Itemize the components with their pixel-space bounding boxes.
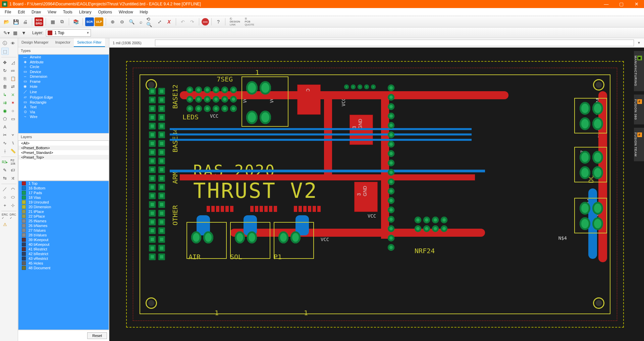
layer-item[interactable]: 1 Top bbox=[18, 181, 109, 186]
layer-item[interactable]: 43 vRestrict bbox=[18, 256, 109, 261]
preset-item[interactable]: <Preset_Standard> bbox=[18, 150, 109, 155]
type-rectangle[interactable]: ▭Rectangle bbox=[18, 100, 109, 105]
polygon-tool-icon[interactable]: ⬠ bbox=[1, 115, 9, 122]
mark-tool-icon[interactable]: ⊹ bbox=[9, 202, 17, 209]
side-tab-selection-filter[interactable]: Selection Filter bbox=[74, 38, 105, 47]
type-circle[interactable]: ○Circle bbox=[18, 64, 109, 69]
library-icon[interactable]: 📚 bbox=[71, 17, 80, 26]
zoom-window-icon[interactable]: ⌕ bbox=[137, 17, 145, 26]
name-tool-icon[interactable]: 🏷 bbox=[9, 166, 17, 174]
show-tool-icon[interactable]: 👁 bbox=[9, 40, 17, 47]
side-tab-inspector[interactable]: Inspector bbox=[52, 38, 74, 47]
close-button[interactable]: ✕ bbox=[629, 0, 644, 8]
smash-tool-icon[interactable]: ✎ bbox=[1, 166, 9, 174]
fusion360-tab[interactable]: FFUSION 360 bbox=[634, 95, 644, 125]
help-icon[interactable]: ? bbox=[214, 17, 223, 26]
pcb-canvas[interactable]: ▣MANUFACTURING FFUSION 360 FFUSION TEAM … bbox=[109, 48, 644, 341]
menu-help[interactable]: Help bbox=[137, 9, 152, 15]
type-dimension[interactable]: ↔Dimension bbox=[18, 74, 109, 79]
preset-item[interactable]: <All> bbox=[18, 141, 109, 146]
miter-tool-icon[interactable]: ⦡ bbox=[9, 131, 17, 138]
type-frame[interactable]: ▭Frame bbox=[18, 79, 109, 84]
zoom-redraw-icon[interactable]: ⟲🔍 bbox=[146, 17, 155, 26]
split-tool-icon[interactable]: ✂ bbox=[1, 131, 9, 138]
manufacture-icon[interactable]: ⧉ bbox=[58, 17, 66, 26]
copy-tool-icon[interactable]: ⎘ bbox=[1, 75, 9, 82]
command-dropdown-icon[interactable]: ▼ bbox=[636, 41, 642, 45]
layer-item[interactable]: 22 bPlace bbox=[18, 214, 109, 219]
rect-tool-icon[interactable]: ▭ bbox=[9, 115, 17, 122]
slice-tool-icon[interactable]: ⑊ bbox=[9, 139, 17, 147]
open-icon[interactable]: 📂 bbox=[2, 17, 11, 26]
select-tool-icon[interactable]: ⬚ bbox=[1, 48, 9, 55]
layer-item[interactable]: 16 Bottom bbox=[18, 186, 109, 190]
menu-view[interactable]: View bbox=[44, 9, 60, 15]
delete-tool-icon[interactable]: 🗑 bbox=[1, 83, 9, 90]
dimension-tool-icon[interactable]: ⟊ bbox=[1, 147, 9, 155]
spline-tool-icon[interactable]: ⬭ bbox=[9, 193, 17, 201]
menu-window[interactable]: Window bbox=[115, 9, 137, 15]
save-icon[interactable]: 💾 bbox=[11, 17, 20, 26]
errors-icon[interactable]: ⚠ bbox=[1, 221, 9, 228]
menu-edit[interactable]: Edit bbox=[14, 9, 28, 15]
script-button[interactable]: SCR bbox=[85, 17, 94, 26]
meander-tool-icon[interactable]: ∿ bbox=[1, 139, 9, 147]
undo-icon[interactable]: ↶ bbox=[178, 17, 187, 26]
layer-item[interactable]: 41 tRestrict bbox=[18, 247, 109, 251]
gateswap-tool-icon[interactable]: ⤮ bbox=[9, 174, 17, 182]
layer-item[interactable]: 27 tValues bbox=[18, 228, 109, 233]
design-link-button[interactable]: ⎋ DESIGNLINK bbox=[228, 17, 242, 26]
layer-item[interactable]: 19 Unrouted bbox=[18, 200, 109, 205]
layer-dropdown[interactable]: 1 Top ▼ bbox=[46, 29, 91, 37]
align-tool-icon[interactable]: ≔ bbox=[9, 67, 17, 74]
filter-icon[interactable]: ▼ bbox=[19, 29, 28, 37]
menu-tools[interactable]: Tools bbox=[60, 9, 76, 15]
stop-button[interactable]: — bbox=[202, 18, 209, 25]
drc-button[interactable]: DRC✓ bbox=[9, 213, 17, 220]
layer-item[interactable]: 45 Holes bbox=[18, 261, 109, 266]
ulp-button[interactable]: ULP bbox=[95, 17, 103, 26]
route-tool-icon[interactable]: ↳ bbox=[1, 91, 9, 98]
command-input[interactable] bbox=[155, 40, 634, 46]
type-text[interactable]: AText bbox=[18, 105, 109, 109]
menu-options[interactable]: Options bbox=[95, 9, 115, 15]
zoom-out-icon[interactable]: ⊖ bbox=[118, 17, 126, 26]
arc-tool-icon[interactable]: ◠ bbox=[9, 185, 17, 193]
replace-tool-icon[interactable]: ⇄ bbox=[9, 83, 17, 90]
layer-item[interactable]: 26 bNames bbox=[18, 223, 109, 228]
type-via[interactable]: ⊙Via bbox=[18, 109, 109, 114]
value-tool-icon[interactable]: R210k bbox=[9, 158, 17, 166]
type-hole[interactable]: ◉Hole bbox=[18, 84, 109, 89]
type-polygon-edge[interactable]: ▱Polygon Edge bbox=[18, 95, 109, 100]
menu-file[interactable]: File bbox=[1, 9, 14, 15]
line-tool-icon[interactable]: ／ bbox=[1, 185, 9, 193]
fanout-tool-icon[interactable]: ✶ bbox=[9, 99, 17, 106]
type-attribute[interactable]: ◈Attribute bbox=[18, 59, 109, 64]
preset-item[interactable]: <Preset_Bottom> bbox=[18, 146, 109, 150]
layer-item[interactable]: 25 tNames bbox=[18, 219, 109, 223]
pcb-quote-button[interactable]: ≡ PCBQUOTE bbox=[243, 17, 256, 26]
maximize-button[interactable]: ▢ bbox=[614, 0, 629, 8]
menu-library[interactable]: Library bbox=[76, 9, 95, 15]
side-tab-design-manager[interactable]: Design Manager bbox=[18, 38, 52, 47]
variables-icon[interactable]: X bbox=[165, 17, 173, 26]
layer-item[interactable]: 17 Pads bbox=[18, 190, 109, 195]
layer-item[interactable]: 39 tKeepout bbox=[18, 237, 109, 242]
text-tool-icon[interactable]: A bbox=[1, 123, 9, 130]
layer-presets[interactable]: <All><Preset_Bottom><Preset_Standard><Pr… bbox=[18, 140, 109, 181]
fusion-team-tab[interactable]: FFUSION TEAM bbox=[634, 128, 644, 161]
move-tool-icon[interactable]: ✥ bbox=[1, 59, 9, 66]
layer-item[interactable]: 40 bKeepout bbox=[18, 242, 109, 247]
layer-list[interactable]: 1 Top16 Bottom17 Pads18 Vias19 Unrouted2… bbox=[18, 181, 109, 330]
layer-item[interactable]: 42 bRestrict bbox=[18, 251, 109, 256]
erc-button[interactable]: ERC✓ bbox=[1, 213, 9, 220]
type-line[interactable]: ／Line bbox=[18, 89, 109, 95]
zoom-fit-icon[interactable]: 🔍 bbox=[127, 17, 136, 26]
schematic-button[interactable]: SCHBRD bbox=[35, 17, 43, 26]
add-part-icon[interactable]: R2▸ bbox=[1, 158, 9, 166]
manufacturing-tab[interactable]: ▣MANUFACTURING bbox=[634, 51, 644, 91]
reset-button[interactable]: Reset bbox=[87, 332, 107, 339]
grid-icon[interactable]: ▦ bbox=[11, 29, 19, 37]
types-list[interactable]: —Airwire◈Attribute○Circle▭Device↔Dimensi… bbox=[18, 54, 109, 133]
measure-tool-icon[interactable]: 📏 bbox=[9, 147, 17, 155]
